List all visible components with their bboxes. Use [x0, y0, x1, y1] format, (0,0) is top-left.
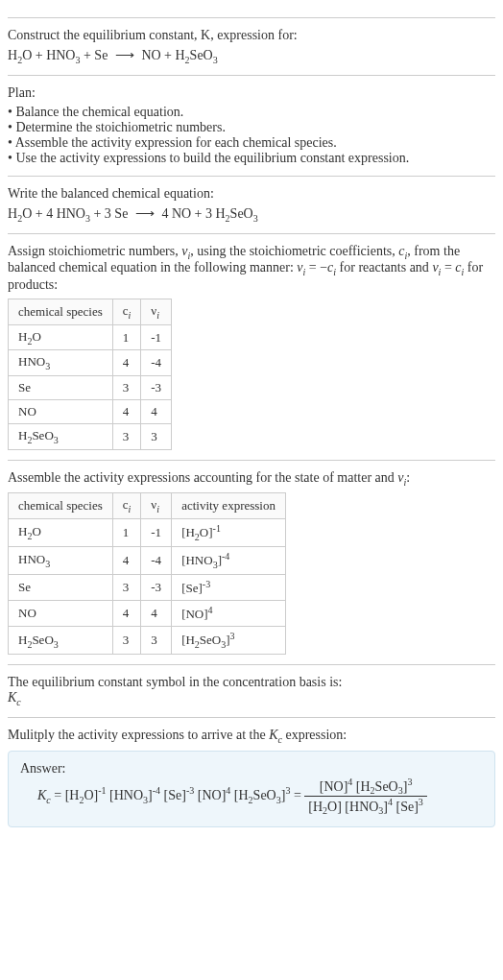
- table-row: HNO34-4: [9, 350, 172, 376]
- section-activity: Assemble the activity expressions accoun…: [8, 460, 495, 656]
- th-ci: ci: [112, 299, 141, 325]
- plan-item: Assemble the activity expression for eac…: [8, 135, 495, 151]
- table-row: Se3-3: [9, 375, 172, 399]
- symbol-text: The equilibrium constant symbol in the c…: [8, 675, 495, 690]
- th-species: chemical species: [9, 493, 113, 519]
- balanced-equation: H2O + 4 HNO3 + 3 Se ⟶ 4 NO + 3 H2SeO3: [8, 205, 495, 224]
- th-activity: activity expression: [172, 493, 286, 519]
- answer-fraction: [NO]4 [H2SeO3]3 [H2O] [HNO3]4 [Se]3: [304, 777, 427, 817]
- table-row: NO44: [9, 399, 172, 423]
- th-ci: ci: [112, 493, 141, 519]
- section-balanced: Write the balanced chemical equation: H2…: [8, 176, 495, 224]
- table-row: Se3-3[Se]-3: [9, 574, 286, 600]
- table-row: H2O1-1[H2O]-1: [9, 518, 286, 546]
- answer-box: Answer: Kc = [H2O]-1 [HNO3]-4 [Se]-3 [NO…: [8, 751, 495, 827]
- th-vi: νi: [141, 493, 172, 519]
- activity-table: chemical species ci νi activity expressi…: [8, 492, 286, 655]
- symbol-kc: Kc: [8, 690, 495, 707]
- plan-list: Balance the chemical equation. Determine…: [8, 105, 495, 166]
- answer-expression: Kc = [H2O]-1 [HNO3]-4 [Se]-3 [NO]4 [H2Se…: [20, 777, 483, 817]
- table-row: H2SeO333: [9, 423, 172, 449]
- plan-item: Determine the stoichiometric numbers.: [8, 120, 495, 135]
- section-symbol: The equilibrium constant symbol in the c…: [8, 664, 495, 707]
- unbalanced-equation: H2O + HNO3 + Se ⟶ NO + H2SeO3: [8, 47, 495, 65]
- stoich-table: chemical species ci νi H2O1-1 HNO34-4 Se…: [8, 299, 172, 449]
- th-species: chemical species: [9, 299, 113, 325]
- activity-intro: Assemble the activity expressions accoun…: [8, 470, 495, 488]
- fraction-denominator: [H2O] [HNO3]4 [Se]3: [304, 797, 427, 816]
- section-stoich: Assign stoichiometric numbers, νi, using…: [8, 233, 495, 450]
- section-prompt: Construct the equilibrium constant, K, e…: [8, 17, 495, 65]
- table-row: NO44[NO]4: [9, 601, 286, 627]
- th-vi: νi: [141, 299, 172, 325]
- answer-label: Answer:: [20, 761, 483, 777]
- plan-item: Use the activity expressions to build th…: [8, 151, 495, 166]
- table-row: H2SeO333[H2SeO3]3: [9, 627, 286, 655]
- stoich-intro: Assign stoichiometric numbers, νi, using…: [8, 244, 495, 294]
- fraction-numerator: [NO]4 [H2SeO3]3: [304, 777, 427, 797]
- balanced-title: Write the balanced chemical equation:: [8, 186, 495, 202]
- plan-item: Balance the chemical equation.: [8, 105, 495, 120]
- final-title: Mulitply the activity expressions to arr…: [8, 728, 495, 745]
- plan-title: Plan:: [8, 85, 495, 101]
- table-row: HNO34-4[HNO3]-4: [9, 546, 286, 574]
- section-final: Mulitply the activity expressions to arr…: [8, 717, 495, 827]
- table-row: H2O1-1: [9, 324, 172, 350]
- answer-lhs: Kc = [H2O]-1 [HNO3]-4 [Se]-3 [NO]4 [H2Se…: [37, 788, 304, 802]
- prompt-text: Construct the equilibrium constant, K, e…: [8, 28, 495, 43]
- section-plan: Plan: Balance the chemical equation. Det…: [8, 75, 495, 166]
